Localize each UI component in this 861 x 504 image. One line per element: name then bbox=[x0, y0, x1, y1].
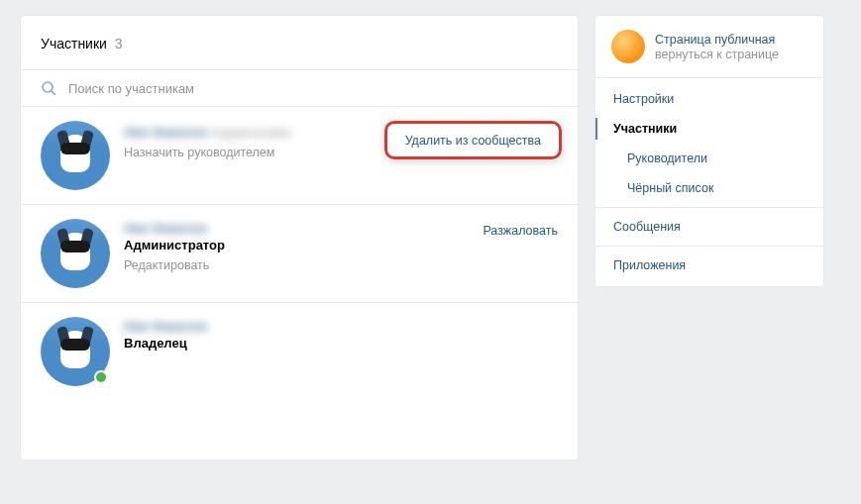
community-avatar bbox=[611, 30, 645, 63]
nav-messages[interactable]: Сообщения bbox=[595, 212, 823, 242]
member-name[interactable]: Имя Фамилия bbox=[124, 221, 207, 236]
page-header: Участники 3 bbox=[21, 16, 578, 69]
avatar[interactable] bbox=[41, 219, 110, 288]
svg-line-1 bbox=[52, 91, 55, 95]
sidebar-card: Страница публичная вернуться к странице … bbox=[594, 15, 824, 287]
member-info: Имя Фамилия Владелец bbox=[124, 317, 558, 351]
demote-link[interactable]: Разжаловать bbox=[483, 224, 558, 238]
member-row: Имя Фамилия Владелец bbox=[21, 303, 578, 400]
community-subtitle: вернуться к странице bbox=[655, 48, 779, 61]
nav-members[interactable]: Участники bbox=[595, 114, 823, 144]
sidebar-nav: Настройки Участники Руководители Чёрный … bbox=[595, 78, 823, 286]
community-title: Страница публичная bbox=[655, 33, 779, 47]
nav-blacklist[interactable]: Чёрный список bbox=[595, 173, 823, 203]
search-row bbox=[21, 69, 578, 107]
member-subtitle: подзаголовок bbox=[211, 125, 291, 140]
member-row: Имя Фамилия подзаголовок Назначить руков… bbox=[21, 107, 578, 205]
nav-settings[interactable]: Настройки bbox=[595, 84, 823, 114]
community-labels: Страница публичная вернуться к странице bbox=[655, 33, 779, 61]
search-icon bbox=[41, 80, 56, 96]
page-title: Участники bbox=[41, 36, 107, 51]
member-side: Разжаловать bbox=[483, 223, 558, 238]
assign-manager-link[interactable]: Назначить руководителем bbox=[124, 146, 274, 159]
avatar[interactable] bbox=[41, 317, 110, 386]
nav-separator bbox=[595, 207, 823, 208]
online-indicator bbox=[94, 370, 108, 384]
highlight-box: Удалить из сообщества bbox=[384, 121, 562, 159]
nav-apps[interactable]: Приложения bbox=[595, 251, 823, 280]
nav-managers[interactable]: Руководители bbox=[595, 144, 823, 173]
edit-link[interactable]: Редактировать bbox=[124, 258, 209, 272]
remove-from-community-link[interactable]: Удалить из сообщества bbox=[405, 134, 541, 148]
member-actions: Редактировать bbox=[124, 258, 558, 272]
community-header[interactable]: Страница публичная вернуться к странице bbox=[595, 16, 823, 78]
member-row: Имя Фамилия Администратор Редактировать … bbox=[21, 205, 578, 303]
member-role: Владелец bbox=[124, 336, 558, 351]
member-side: Удалить из сообщества bbox=[380, 125, 558, 163]
layout: Участники 3 Имя Фамилия подзаголовок Наз… bbox=[20, 15, 841, 460]
nav-separator bbox=[595, 246, 823, 247]
avatar[interactable] bbox=[41, 121, 110, 190]
sidebar: Страница публичная вернуться к странице … bbox=[594, 15, 824, 460]
main-panel: Участники 3 Имя Фамилия подзаголовок Наз… bbox=[20, 15, 579, 460]
search-input[interactable] bbox=[68, 81, 558, 96]
member-name[interactable]: Имя Фамилия bbox=[124, 125, 207, 140]
member-name[interactable]: Имя Фамилия bbox=[124, 319, 207, 334]
members-count: 3 bbox=[115, 36, 123, 51]
member-role: Администратор bbox=[124, 238, 558, 252]
